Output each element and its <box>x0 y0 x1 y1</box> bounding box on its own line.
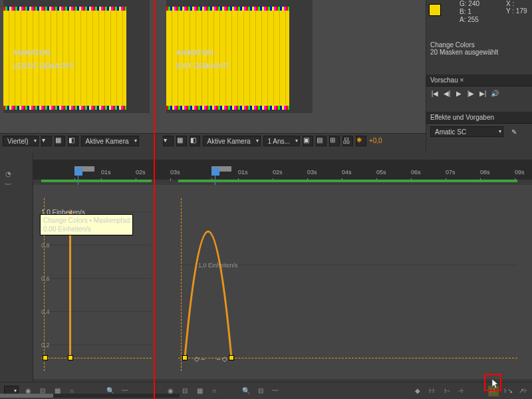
tooltip-line1: Change Colors • Maskenpfad <box>43 216 130 225</box>
comp-text-1b: LEICHT GEMACHT! <box>13 63 75 70</box>
keyframe-tooltip: Change Colors • Maskenpfad 0,00 Einheite… <box>40 214 133 235</box>
camera-dropdown-2[interactable]: Aktive Kamera <box>203 136 261 146</box>
tooltip-line2: 0,00 Einheiten/s <box>43 225 130 233</box>
coord-x: X : <box>506 0 527 7</box>
keyframe[interactable] <box>229 355 234 360</box>
fit-icon[interactable]: ⊟ <box>255 386 266 396</box>
ease-out-icon[interactable]: ↗⊦ <box>517 386 528 396</box>
resolution-dropdown[interactable]: Viertel) <box>3 136 39 146</box>
time-ruler-area[interactable]: 01s 02s 03s 01s 02s 03s 04s 05s 06s 07s … <box>33 160 532 180</box>
exposure-value[interactable]: +0,0 <box>369 137 382 144</box>
graph-type-icon-2[interactable]: 〰 <box>270 386 281 396</box>
speed-curve <box>178 198 258 364</box>
red-divider-annotation <box>154 0 155 399</box>
shy-icon[interactable]: ◔ <box>3 169 13 180</box>
graph-editor-icon[interactable]: 〰 <box>3 180 13 190</box>
graph-editor-area[interactable]: 1,0 Einheiten/s 0,8 0,6 0,4 0,2 Change C… <box>33 185 532 379</box>
tb-icon[interactable]: ▾ <box>41 136 52 146</box>
bezier-handle-icon[interactable]: ◇→ <box>194 355 206 362</box>
comp-canvas-1: ANIMATION LEICHT GEMACHT! <box>3 7 126 110</box>
time-ruler-left[interactable]: 01s 02s 03s <box>74 169 205 180</box>
zoom-slider[interactable] <box>0 394 180 398</box>
keyframe-diamond-icon[interactable]: ◆ <box>412 386 423 396</box>
tb-icon2[interactable]: ▾ <box>163 136 174 146</box>
font-family-dropdown[interactable]: Amatic SC <box>430 126 503 137</box>
color-swatch[interactable] <box>429 4 441 16</box>
prev-frame-icon[interactable]: ◀| <box>442 89 452 98</box>
mask-count-label: 20 Masken ausgewählt <box>430 49 498 56</box>
ruler-tick: 08s <box>480 169 515 180</box>
ruler-tick: 09s <box>515 169 532 180</box>
bezier-handle-icon[interactable]: ←◇ <box>215 355 227 362</box>
zoom-icon-2[interactable]: 🔍 <box>241 386 251 396</box>
last-frame-icon[interactable]: ▶| <box>478 89 487 98</box>
keyframe[interactable] <box>68 355 73 360</box>
y-axis-label: 0,8 <box>41 242 50 249</box>
transparency-grid-icon-2[interactable]: ▦ <box>176 136 187 146</box>
baseline <box>41 358 152 358</box>
preview-panel-header[interactable]: Vorschau × <box>426 74 532 86</box>
play-icon[interactable]: ▶ <box>454 89 464 98</box>
snap-icon-2[interactable]: ∩ <box>209 386 219 396</box>
view-dropdown[interactable]: 1 Ans... <box>263 136 300 146</box>
comp-text-2a: ANIMATION <box>176 49 213 57</box>
y-axis-label: 0,2 <box>41 342 50 348</box>
tb-ic5[interactable]: ⊞ <box>329 136 340 146</box>
cached-preview-bar-2 <box>178 180 517 182</box>
mouse-cursor <box>492 379 500 390</box>
rgb-b: B: 1 <box>460 8 479 16</box>
ruler-tick: 01s <box>238 169 273 180</box>
ease-in-icon[interactable]: ⊦↘ <box>503 386 513 396</box>
ruler-tick: 02s <box>136 169 170 180</box>
tb-ic4[interactable]: ▤ <box>316 136 327 146</box>
next-frame-icon[interactable]: |▶ <box>466 89 475 98</box>
tb-ic6[interactable]: 品 <box>342 136 353 146</box>
ruler-tick: 07s <box>446 169 480 180</box>
ruler-tick: 01s <box>101 169 136 180</box>
eyedropper-icon[interactable]: ✎ <box>511 128 517 136</box>
audio-icon[interactable]: 🔊 <box>490 89 499 98</box>
ruler-tick: 06s <box>411 169 446 180</box>
ruler-tick: 05s <box>376 169 411 180</box>
mask-icon[interactable]: ◧ <box>68 136 78 146</box>
layer-name-label: Change Colors <box>430 41 498 49</box>
ease-icon-2[interactable]: ⊦◦ <box>442 386 452 396</box>
comp-view-2[interactable]: ANIMATION ICHT GEMACHT! <box>166 0 313 113</box>
timeline-left-gutter: ◔ 〰 <box>0 153 33 399</box>
playback-controls: |◀ ◀| ▶ |▶ ▶| 🔊 <box>426 86 532 101</box>
comp-canvas-2: ANIMATION ICHT GEMACHT! <box>166 7 289 110</box>
tb-ic3[interactable]: ▣ <box>303 136 313 146</box>
sunburst-icon[interactable]: ✱ <box>356 136 366 146</box>
coord-y: Y : 179 <box>506 7 527 15</box>
keyframe[interactable] <box>182 355 188 360</box>
rgb-a: A: 255 <box>460 16 479 24</box>
ruler-tick: 04s <box>342 169 376 180</box>
cached-preview-bar-1 <box>41 180 152 182</box>
playhead-2[interactable] <box>211 168 219 176</box>
keyframe[interactable] <box>43 355 48 360</box>
ease-icon-1[interactable]: ⊦⊦ <box>427 386 438 396</box>
effects-panel-header[interactable]: Effekte und Vorgaben <box>426 112 532 124</box>
frame-blend-icon-2[interactable]: ▦ <box>194 386 205 396</box>
comp-view-1[interactable]: ANIMATION LEICHT GEMACHT! <box>3 0 150 113</box>
playhead-1[interactable] <box>74 168 82 176</box>
transparency-grid-icon[interactable]: ▦ <box>55 136 65 146</box>
ruler-tick: 03s <box>307 169 342 180</box>
time-ruler-right[interactable]: 01s 02s 03s 04s 05s 06s 07s 08s 09s <box>211 169 532 180</box>
timeline-panel: ◔ 〰 01s 02s 03s 01s 02s 03s 04s 05s 06s … <box>0 153 532 399</box>
first-frame-icon[interactable]: |◀ <box>430 89 440 98</box>
comp-text-1a: ANIMATION <box>13 49 51 57</box>
speed-graph-right[interactable]: 1,0 Einheiten/s ◇→ ←◇ <box>178 198 517 371</box>
toggle-icon-2[interactable]: ⊟ <box>180 386 190 396</box>
speed-graph-left[interactable]: 1,0 Einheiten/s 0,8 0,6 0,4 0,2 Change C… <box>41 198 152 371</box>
comp-toolbar: Viertel) ▾ ▦ ◧ Aktive Kamera ▾ ▦ ◧ Aktiv… <box>0 133 426 148</box>
camera-dropdown-1[interactable]: Aktive Kamera <box>81 136 139 146</box>
mask-icon-2[interactable]: ◧ <box>190 136 200 146</box>
ease-icon-3[interactable]: ◦⊦ <box>456 386 467 396</box>
info-panel: G: 240 B: 1 A: 255 X : Y : 179 Change Co… <box>426 0 532 153</box>
comp-text-2b: ICHT GEMACHT! <box>176 63 229 70</box>
ruler-tick: 02s <box>273 169 307 180</box>
y-axis-label: 0,4 <box>41 309 50 315</box>
ruler-tick: 03s <box>170 169 205 180</box>
composition-viewer-area: ANIMATION LEICHT GEMACHT! ANIMATION ICHT… <box>0 0 426 133</box>
